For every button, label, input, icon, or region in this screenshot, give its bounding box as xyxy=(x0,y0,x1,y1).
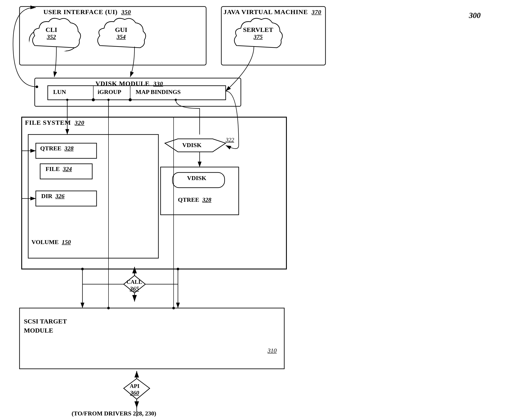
diagram-svg xyxy=(0,0,511,420)
scsi-label: SCSI TARGET MODULE xyxy=(24,317,67,335)
vdisk-top-label: VDISK xyxy=(182,142,202,149)
vdisk-module-label: VDISK MODULE 330 xyxy=(96,80,163,87)
file-system-label: FILE SYSTEM 320 xyxy=(25,119,84,126)
qtree-right-label: QTREE 328 xyxy=(178,196,211,203)
drivers-label: (TO/FROM DRIVERS 228, 230) xyxy=(72,410,156,417)
vdisk-inner-label: VDISK xyxy=(187,175,206,182)
file-label: FILE 324 xyxy=(45,165,72,172)
svg-point-44 xyxy=(177,268,179,270)
scsi-ref: 310 xyxy=(268,347,277,354)
cli-label: CLI 352 xyxy=(45,26,57,40)
qtree-left-label: QTREE 328 xyxy=(40,145,74,152)
vdisk-top-ref: 322 xyxy=(226,137,234,143)
ui-label: USER INTERFACE (UI) 350 xyxy=(43,8,131,16)
svg-point-43 xyxy=(81,268,84,270)
svg-point-16 xyxy=(129,98,132,101)
api-label: API 360 xyxy=(130,383,140,396)
servlet-label: SERVLET 375 xyxy=(243,26,273,40)
main-ref: 300 xyxy=(469,11,481,20)
svg-point-15 xyxy=(92,98,95,101)
call-label: CALL 365 xyxy=(127,279,142,292)
volume-label: VOLUME 150 xyxy=(31,239,71,246)
dir-label: DIR 326 xyxy=(41,193,64,200)
diagram-container: 300 USER INTERFACE (UI) 350 CLI 352 GUI … xyxy=(0,0,511,420)
svg-point-31 xyxy=(36,85,38,88)
svg-point-48 xyxy=(172,307,175,309)
igroup-label: iGROUP xyxy=(98,89,121,96)
lun-label: LUN xyxy=(53,89,66,96)
gui-label: GUI 354 xyxy=(115,26,127,40)
jvm-label: JAVA VIRTUAL MACHINE 370 xyxy=(224,8,321,16)
map-bindings-label: MAP BINDINGS xyxy=(136,89,181,96)
svg-point-36 xyxy=(175,99,177,101)
svg-point-33 xyxy=(66,99,68,101)
svg-point-47 xyxy=(107,307,110,309)
svg-point-35 xyxy=(107,99,110,101)
